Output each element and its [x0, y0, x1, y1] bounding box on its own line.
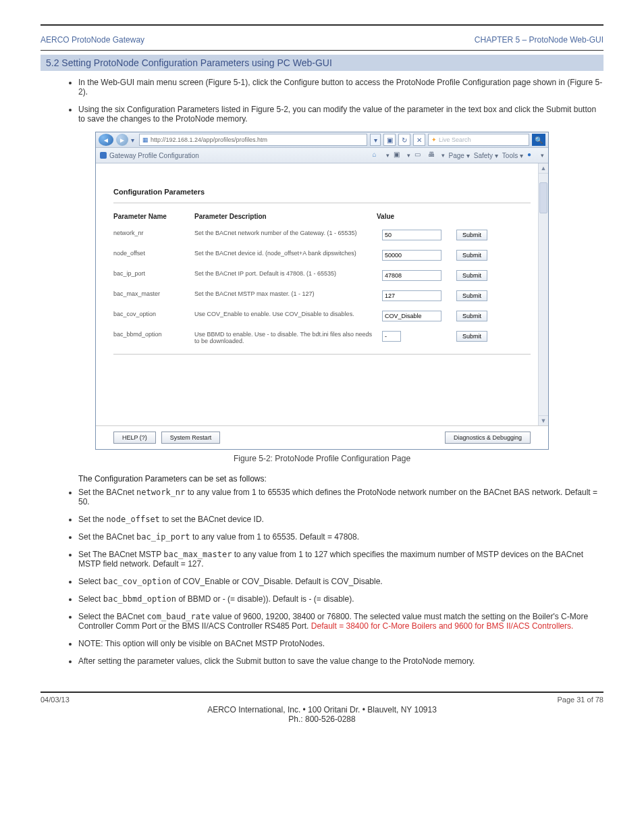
doc-title-left: AERCO ProtoNode Gateway	[41, 35, 144, 45]
param-name: network_nr	[113, 230, 194, 236]
setting-item: Select the BACnet com_baud_rate value of…	[78, 612, 603, 631]
search-field[interactable]: ✦ Live Search	[428, 134, 529, 146]
setting-default-note: Default = 38400 for C-More Boilers and 9…	[311, 621, 574, 631]
url-dropdown[interactable]: ▾	[370, 134, 381, 146]
submit-button[interactable]: Submit	[456, 311, 487, 321]
config-row: bac_cov_option Use COV_Enable to enable.…	[113, 311, 531, 321]
config-row: node_offset Set the BACnet device id. (n…	[113, 250, 531, 261]
scroll-up-arrow[interactable]: ▲	[539, 163, 548, 174]
submit-button[interactable]: Submit	[456, 250, 487, 261]
print-icon[interactable]: 🖶	[428, 151, 437, 160]
param-desc: Set the BACnet IP port. Default is 47808…	[194, 270, 382, 277]
setting-item: Select bac_bbmd_option of BBMD or - (= d…	[78, 594, 603, 604]
param-name: bac_max_master	[113, 290, 194, 297]
param-desc: Set the BACnet network number of the Gat…	[194, 230, 382, 236]
search-go-button[interactable]: 🔍	[532, 134, 545, 146]
browser-content: ▲ ▼ Configuration Parameters Parameter N…	[96, 163, 548, 425]
live-search-icon: ✦	[431, 136, 437, 143]
page-icon: ▦	[142, 136, 149, 143]
bottom-button-bar: HELP (?) System Restart Diagnostics & De…	[96, 425, 548, 449]
refresh-button[interactable]: ↻	[398, 134, 410, 146]
history-dropdown-icon[interactable]: ▾	[131, 136, 136, 144]
vertical-scrollbar[interactable]: ▲ ▼	[538, 163, 548, 425]
header-name: Parameter Name	[113, 213, 194, 220]
back-button[interactable]: ◄	[99, 134, 113, 146]
footer-address-1: AERCO International, Inc. • 100 Oritani …	[41, 705, 603, 714]
param-name: bac_cov_option	[113, 311, 194, 317]
setting-item: Set the BACnet network_nr to any value f…	[78, 488, 603, 506]
setting-item: Set the BACnet bac_ip_port to any value …	[78, 532, 603, 542]
param-name: bac_bbmd_option	[113, 331, 194, 338]
section-heading: 5.2 Setting ProtoNode Configuration Para…	[41, 55, 603, 71]
safety-menu[interactable]: Safety ▾	[474, 152, 498, 159]
param-name: node_offset	[113, 250, 194, 257]
setting-item: Select bac_cov_option of COV_Enable or C…	[78, 577, 603, 586]
header-value: Value	[377, 213, 451, 220]
tab-label: Gateway Profile Configuration	[109, 152, 199, 159]
config-row: bac_ip_port Set the BACnet IP port. Defa…	[113, 270, 531, 281]
footer-date: 04/03/13	[41, 696, 70, 704]
help-button[interactable]: HELP (?)	[113, 432, 156, 444]
feeds-dropdown-icon[interactable]: ▾	[407, 152, 410, 159]
param-desc: Set the BACnet device id. (node_offset+A…	[194, 250, 382, 257]
setting-item: Set the node_offset to set the BACnet de…	[78, 515, 603, 524]
config-header-row: Parameter Name Parameter Description Val…	[113, 213, 531, 220]
setting-item: After setting the parameter values, clic…	[78, 656, 603, 666]
home-dropdown-icon[interactable]: ▾	[386, 152, 390, 159]
config-row: bac_max_master Set the BACnet MSTP max m…	[113, 290, 531, 301]
scroll-handle[interactable]	[539, 182, 547, 213]
config-row: bac_bbmd_option Use BBMD to enable. Use …	[113, 331, 531, 344]
param-name: bac_ip_port	[113, 270, 194, 277]
param-value-input[interactable]	[382, 311, 441, 321]
setting-item: Set The BACnet MSTP bac_max_master to an…	[78, 550, 603, 569]
home-icon[interactable]: ⌂	[373, 151, 382, 160]
tab-favicon	[100, 152, 107, 159]
help-icon[interactable]: ●	[527, 151, 537, 160]
search-placeholder: Live Search	[439, 136, 471, 143]
footer-address-2: Ph.: 800-526-0288	[41, 714, 603, 724]
diagnostics-button[interactable]: Diagnostics & Debugging	[445, 432, 531, 444]
browser-toolbar: Gateway Profile Configuration ⌂▾ ▣▾ ▭ 🖶▾…	[96, 148, 548, 163]
intro-bullet-1: Using the six Configuration Parameters l…	[78, 105, 603, 124]
tools-menu[interactable]: Tools ▾	[502, 152, 523, 159]
feeds-icon[interactable]: ▣	[394, 151, 403, 160]
browser-address-bar: ◄ ► ▾ ▦ http://192.168.1.24/app/profiles…	[96, 132, 548, 148]
doc-title-right: CHAPTER 5 – ProtoNode Web-GUI	[475, 35, 603, 45]
param-desc: Use COV_Enable to enable. Use COV_Disabl…	[194, 311, 382, 317]
help-dropdown-icon[interactable]: ▾	[541, 152, 544, 159]
submit-button[interactable]: Submit	[456, 290, 487, 301]
url-field[interactable]: ▦ http://192.168.1.24/app/profiles/profi…	[139, 134, 367, 146]
submit-button[interactable]: Submit	[456, 331, 487, 342]
post-figure-intro: The Configuration Parameters can be set …	[78, 474, 603, 484]
config-section-title: Configuration Parameters	[113, 188, 531, 196]
url-text: http://192.168.1.24/app/profiles/profile…	[151, 136, 267, 143]
param-value-input[interactable]	[382, 331, 401, 342]
read-mail-icon[interactable]: ▭	[414, 151, 424, 160]
param-value-input[interactable]	[382, 250, 441, 261]
figure-caption: Figure 5-2: ProtoNode Profile Configurat…	[41, 454, 603, 463]
param-value-input[interactable]	[382, 270, 441, 281]
stop-button[interactable]: ✕	[413, 134, 425, 146]
browser-tab[interactable]: Gateway Profile Configuration	[100, 152, 199, 159]
submit-button[interactable]: Submit	[456, 230, 487, 240]
browser-window: ◄ ► ▾ ▦ http://192.168.1.24/app/profiles…	[95, 132, 549, 450]
setting-item: NOTE: This option will only be visible o…	[78, 639, 603, 648]
config-row: network_nr Set the BACnet network number…	[113, 230, 531, 240]
intro-bullets: In the Web-GUI main menu screen (Figure …	[78, 78, 603, 124]
header-desc: Parameter Description	[194, 213, 377, 220]
scroll-down-arrow[interactable]: ▼	[539, 415, 548, 425]
param-desc: Set the BACnet MSTP max master. (1 - 127…	[194, 290, 382, 297]
page-menu[interactable]: Page ▾	[449, 152, 470, 159]
system-restart-button[interactable]: System Restart	[161, 432, 221, 444]
param-desc: Use BBMD to enable. Use - to disable. Th…	[194, 331, 382, 344]
footer-page-number: Page 31 of 78	[557, 696, 603, 704]
param-value-input[interactable]	[382, 230, 441, 240]
settings-list: Set the BACnet network_nr to any value f…	[78, 488, 603, 666]
forward-button[interactable]: ►	[116, 134, 128, 146]
param-value-input[interactable]	[382, 290, 441, 301]
submit-button[interactable]: Submit	[456, 270, 487, 281]
intro-bullet-0: In the Web-GUI main menu screen (Figure …	[78, 78, 603, 97]
compat-view-button[interactable]: ▣	[383, 134, 396, 146]
print-dropdown-icon[interactable]: ▾	[441, 152, 445, 159]
